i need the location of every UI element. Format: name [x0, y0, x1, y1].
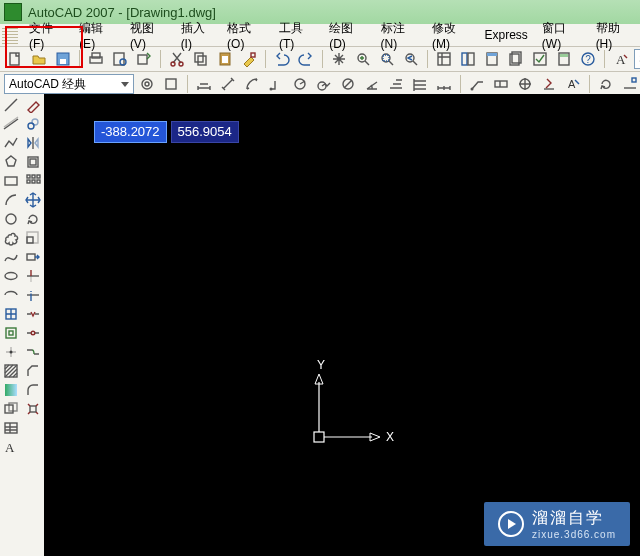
- copy2-button[interactable]: [24, 115, 42, 133]
- menu-edit[interactable]: 编辑(E): [72, 20, 123, 51]
- erase-button[interactable]: [24, 96, 42, 114]
- menu-grip[interactable]: [2, 26, 18, 44]
- menu-file[interactable]: 文件(F): [22, 20, 72, 51]
- break-button[interactable]: [24, 305, 42, 323]
- workspace-settings-button[interactable]: [136, 73, 158, 95]
- circle-button[interactable]: [2, 210, 20, 228]
- coord-y-field[interactable]: 556.9054: [171, 121, 239, 143]
- xline-button[interactable]: [2, 115, 20, 133]
- join-button[interactable]: [24, 343, 42, 361]
- explode-button[interactable]: [24, 400, 42, 418]
- fillet-button[interactable]: [24, 381, 42, 399]
- revcloud-button[interactable]: [2, 229, 20, 247]
- menu-format[interactable]: 格式(O): [220, 20, 272, 51]
- point-button[interactable]: [2, 343, 20, 361]
- extend-button[interactable]: [24, 286, 42, 304]
- menu-dimension[interactable]: 标注(N): [374, 20, 425, 51]
- offset-button[interactable]: [24, 153, 42, 171]
- table-button[interactable]: [2, 419, 20, 437]
- cut-button[interactable]: [166, 48, 188, 70]
- menu-draw[interactable]: 绘图(D): [322, 20, 373, 51]
- svg-rect-55: [5, 423, 17, 433]
- mirror-button[interactable]: [24, 134, 42, 152]
- open-button[interactable]: [28, 48, 50, 70]
- dim-radius-button[interactable]: [289, 73, 311, 95]
- toolpalettes-button[interactable]: [481, 48, 503, 70]
- gradient-button[interactable]: [2, 381, 20, 399]
- insert-button[interactable]: [2, 305, 20, 323]
- markup-button[interactable]: [529, 48, 551, 70]
- arc-button[interactable]: [2, 191, 20, 209]
- coord-x-field[interactable]: -388.2072: [94, 121, 167, 143]
- new-button[interactable]: [4, 48, 26, 70]
- hatch-button[interactable]: [2, 362, 20, 380]
- plot-preview-button[interactable]: [109, 48, 131, 70]
- menu-tools[interactable]: 工具(T): [272, 20, 322, 51]
- region-button[interactable]: [2, 400, 20, 418]
- quickcalc-button[interactable]: [553, 48, 575, 70]
- copy-button[interactable]: [190, 48, 212, 70]
- mtext-button[interactable]: A: [2, 438, 20, 456]
- help-button[interactable]: ?: [577, 48, 599, 70]
- move-button[interactable]: [24, 191, 42, 209]
- spline-button[interactable]: [2, 248, 20, 266]
- scale-button[interactable]: [24, 229, 42, 247]
- zoom-window-button[interactable]: [376, 48, 398, 70]
- dim-aligned-button[interactable]: [217, 73, 239, 95]
- line-button[interactable]: [2, 96, 20, 114]
- plot-button[interactable]: [85, 48, 107, 70]
- dim-edit-button[interactable]: [538, 73, 560, 95]
- array-button[interactable]: [24, 172, 42, 190]
- workspace-save-button[interactable]: [160, 73, 182, 95]
- dim-diameter-button[interactable]: [337, 73, 359, 95]
- breakat-button[interactable]: [24, 324, 42, 342]
- ellipsearc-button[interactable]: [2, 286, 20, 304]
- rectangle-button[interactable]: [2, 172, 20, 190]
- dim-arc-button[interactable]: [241, 73, 263, 95]
- save-button[interactable]: [52, 48, 74, 70]
- trim-button[interactable]: [24, 267, 42, 285]
- menu-insert[interactable]: 插入(I): [174, 20, 220, 51]
- paste-button[interactable]: [214, 48, 236, 70]
- dim-ordinate-button[interactable]: [265, 73, 287, 95]
- workspace-combo[interactable]: AutoCAD 经典: [4, 74, 134, 94]
- pline-button[interactable]: [2, 134, 20, 152]
- redo-button[interactable]: [295, 48, 317, 70]
- dim-linear-button[interactable]: [193, 73, 215, 95]
- chamfer-button[interactable]: [24, 362, 42, 380]
- zoom-previous-button[interactable]: [400, 48, 422, 70]
- menu-modify[interactable]: 修改(M): [425, 20, 478, 51]
- textstyle-a-icon[interactable]: A: [610, 48, 632, 70]
- matchprop-button[interactable]: [238, 48, 260, 70]
- drawing-area[interactable]: -388.2072 556.9054 Y X 溜溜自学 zi: [44, 94, 640, 556]
- dim-tedit-button[interactable]: A: [562, 73, 584, 95]
- dim-continue-button[interactable]: [433, 73, 455, 95]
- chevron-down-icon: [121, 82, 129, 87]
- dim-tolerance-button[interactable]: [490, 73, 512, 95]
- pan-button[interactable]: [328, 48, 350, 70]
- undo-button[interactable]: [271, 48, 293, 70]
- dim-leader-button[interactable]: [466, 73, 488, 95]
- properties-button[interactable]: [433, 48, 455, 70]
- dim-quick-button[interactable]: [385, 73, 407, 95]
- dim-center-button[interactable]: [514, 73, 536, 95]
- dim-style-button[interactable]: [619, 73, 640, 95]
- dim-angular-button[interactable]: [361, 73, 383, 95]
- designcenter-button[interactable]: [457, 48, 479, 70]
- menu-help[interactable]: 帮助(H): [589, 20, 640, 51]
- sheetset-button[interactable]: [505, 48, 527, 70]
- rotate-button[interactable]: [24, 210, 42, 228]
- menu-express[interactable]: Express: [477, 28, 534, 42]
- menu-window[interactable]: 窗口(W): [535, 20, 589, 51]
- zoom-realtime-button[interactable]: [352, 48, 374, 70]
- ellipse-button[interactable]: [2, 267, 20, 285]
- dim-update-button[interactable]: [595, 73, 617, 95]
- publish-button[interactable]: [133, 48, 155, 70]
- dim-jogged-button[interactable]: [313, 73, 335, 95]
- dim-baseline-button[interactable]: [409, 73, 431, 95]
- block-button[interactable]: [2, 324, 20, 342]
- polygon-button[interactable]: [2, 153, 20, 171]
- menu-view[interactable]: 视图(V): [123, 20, 174, 51]
- textstyle-combo[interactable]: Standard: [634, 49, 640, 69]
- stretch-button[interactable]: [24, 248, 42, 266]
